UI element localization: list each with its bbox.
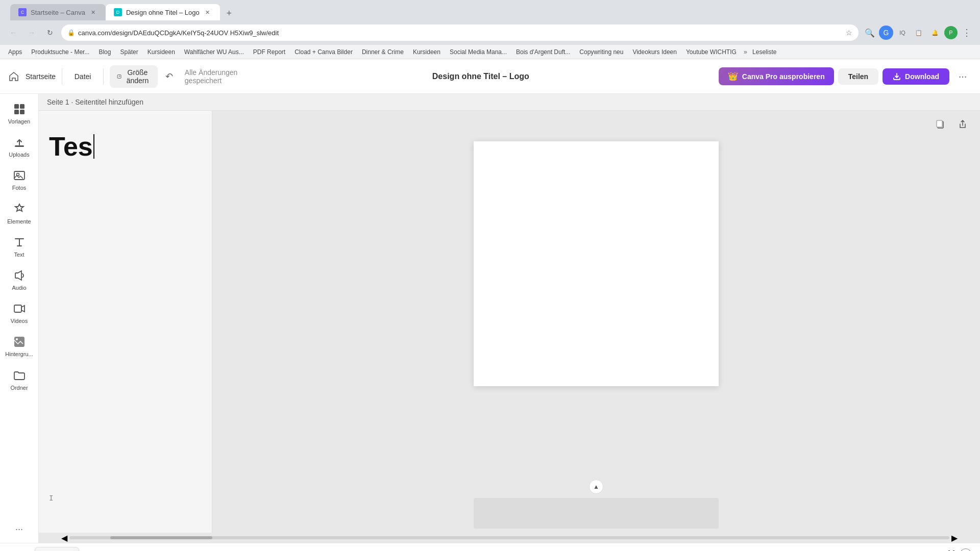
bookmark-videokurs[interactable]: Videokurs Ideen [628, 47, 681, 57]
bookmark-leseliste[interactable]: Leseliste [748, 47, 780, 57]
sidebar-item-vorlagen[interactable]: Vorlagen [2, 98, 37, 129]
bookmark-spaeter[interactable]: Später [116, 47, 142, 57]
sidebar-more[interactable]: ··· [2, 520, 37, 539]
sidebar-item-fotos[interactable]: Fotos [2, 164, 37, 195]
mouse-cursor-indicator: I [49, 494, 53, 502]
ordner-label: Ordner [10, 385, 28, 391]
hintergrund-icon [12, 335, 27, 349]
page-2-preview [474, 498, 719, 529]
fotos-label: Fotos [12, 185, 27, 191]
bookmark-pdf[interactable]: PDF Report [249, 47, 289, 57]
fotos-icon [12, 168, 27, 183]
bookmark-kursideen1[interactable]: Kursideen [143, 47, 179, 57]
back-button[interactable]: ← [6, 26, 20, 40]
tab-close-design[interactable]: ✕ [204, 8, 212, 16]
uploads-label: Uploads [9, 152, 29, 158]
lock-icon: 🔒 [67, 29, 75, 36]
tab-bar: C Startseite – Canva ✕ D Design ohne Tit… [0, 0, 980, 20]
new-tab-button[interactable]: + [222, 6, 236, 20]
bookmarks-overflow[interactable]: » [744, 48, 747, 56]
more-options-button[interactable]: ··· [953, 67, 972, 86]
reload-button[interactable]: ↻ [43, 26, 57, 40]
extension-btn-4[interactable]: 📋 [912, 26, 926, 40]
audio-label: Audio [12, 285, 26, 291]
extension-btn-2[interactable]: G [879, 26, 893, 40]
scroll-right-button[interactable]: ▶ [949, 533, 960, 543]
menu-btn[interactable]: ⋮ [960, 26, 974, 40]
sidebar-item-audio[interactable]: Audio [2, 264, 37, 295]
resize-button[interactable]: Größe ändern [110, 65, 158, 88]
audio-icon [12, 268, 27, 283]
sidebar-item-elemente[interactable]: Elemente [2, 198, 37, 229]
tab-design[interactable]: D Design ohne Titel – Logo ✕ [106, 4, 220, 20]
bookmark-blog[interactable]: Blog [94, 47, 115, 57]
text-input-content: Tes [49, 131, 94, 162]
canva-pro-button[interactable]: 👑 Canva Pro ausprobieren [719, 67, 834, 85]
forward-button[interactable]: → [24, 26, 39, 40]
bookmark-dinner[interactable]: Dinner & Crime [358, 47, 408, 57]
extension-btn-5[interactable]: 🔔 [928, 26, 942, 40]
address-bar[interactable]: 🔒 canva.com/design/DAEduQCDgkA/KeIY5q-24… [61, 24, 859, 41]
extension-btn-3[interactable]: IQ [895, 26, 910, 40]
home-button[interactable] [8, 67, 19, 86]
duplicate-page-button[interactable] [931, 115, 949, 133]
tab-label-design: Design ohne Titel – Logo [126, 9, 200, 16]
home-label: Startseite [26, 72, 56, 81]
canvas-main: Tes I [39, 111, 980, 533]
undo-button[interactable]: ↶ [164, 67, 175, 86]
bookmark-social[interactable]: Social Media Mana... [446, 47, 511, 57]
sidebar-item-text[interactable]: Text [2, 231, 37, 262]
download-button[interactable]: Download [883, 68, 949, 85]
h-scroll-track[interactable] [69, 536, 949, 539]
text-panel[interactable]: Tes I [39, 111, 212, 533]
bookmark-youtube[interactable]: Youtube WICHTIG [682, 47, 741, 57]
h-scroll-thumb[interactable] [110, 536, 212, 539]
bookmark-produktsuche[interactable]: Produktsuche - Mer... [27, 47, 93, 57]
bookmark-cload[interactable]: Cload + Canva Bilder [290, 47, 357, 57]
vorlagen-label: Vorlagen [8, 118, 30, 125]
bookmark-apps[interactable]: Apps [4, 47, 26, 57]
svg-rect-8 [14, 305, 21, 312]
tab-close-startseite[interactable]: ✕ [89, 8, 97, 16]
bookmark-star-icon[interactable]: ☆ [846, 29, 852, 37]
help-button[interactable]: ? [960, 548, 972, 552]
extension-btn-1[interactable]: 🔍 [863, 26, 877, 40]
page-title-bar[interactable]: Seite 1 · Seitentitel hinzufügen [39, 94, 980, 111]
hints-button[interactable]: Hinweise [35, 547, 79, 551]
sidebar-item-ordner[interactable]: Ordner [2, 364, 37, 395]
toolbar-divider-2 [103, 68, 104, 85]
crown-icon: 👑 [728, 71, 738, 81]
scroll-left-button[interactable]: ◀ [59, 533, 69, 543]
canvas-area: Seite 1 · Seitentitel hinzufügen Tes I [39, 94, 980, 543]
share-button[interactable]: Teilen [838, 68, 878, 85]
bookmark-copywriting[interactable]: Copywriting neu [575, 47, 627, 57]
toolbar-center: Design ohne Titel – Logo [247, 72, 715, 81]
canvas-page[interactable] [474, 141, 719, 386]
sidebar-item-videos[interactable]: Videos [2, 297, 37, 329]
zoom-area: 101 % ⊞ ⛶ ? [845, 548, 972, 552]
sidebar: Vorlagen Uploads Fotos Elemente [0, 94, 39, 543]
svg-rect-4 [20, 110, 24, 114]
scroll-down-button[interactable]: ▲ [589, 480, 603, 494]
profile-btn[interactable]: P [944, 26, 958, 39]
bookmark-bois[interactable]: Bois d'Argent Duft... [512, 47, 574, 57]
svg-rect-5 [15, 145, 24, 147]
text-cursor [93, 134, 94, 159]
tab-startseite[interactable]: C Startseite – Canva ✕ [10, 4, 106, 20]
design-title[interactable]: Design ohne Titel – Logo [432, 72, 529, 81]
text-icon [12, 235, 27, 249]
file-menu[interactable]: Datei [68, 69, 97, 84]
sidebar-item-hintergrund[interactable]: Hintergru... [2, 331, 37, 362]
sidebar-item-uploads[interactable]: Uploads [2, 131, 37, 162]
svg-rect-2 [20, 104, 24, 109]
svg-rect-12 [937, 120, 942, 127]
ordner-icon [12, 368, 27, 383]
main-layout: Vorlagen Uploads Fotos Elemente [0, 94, 980, 543]
share-page-button[interactable] [953, 115, 972, 133]
bookmark-wahlfaecher[interactable]: Wahlfächer WU Aus... [180, 47, 248, 57]
toolbar-left: Startseite Datei Größe ändern ↶ Alle Änd… [8, 65, 243, 88]
bookmark-kursideen2[interactable]: Kursideen [409, 47, 445, 57]
toolbar-divider-1 [62, 68, 62, 85]
tab-label-startseite: Startseite – Canva [31, 9, 85, 16]
browser-extension-buttons: 🔍 G IQ 📋 🔔 P ⋮ [863, 26, 974, 40]
